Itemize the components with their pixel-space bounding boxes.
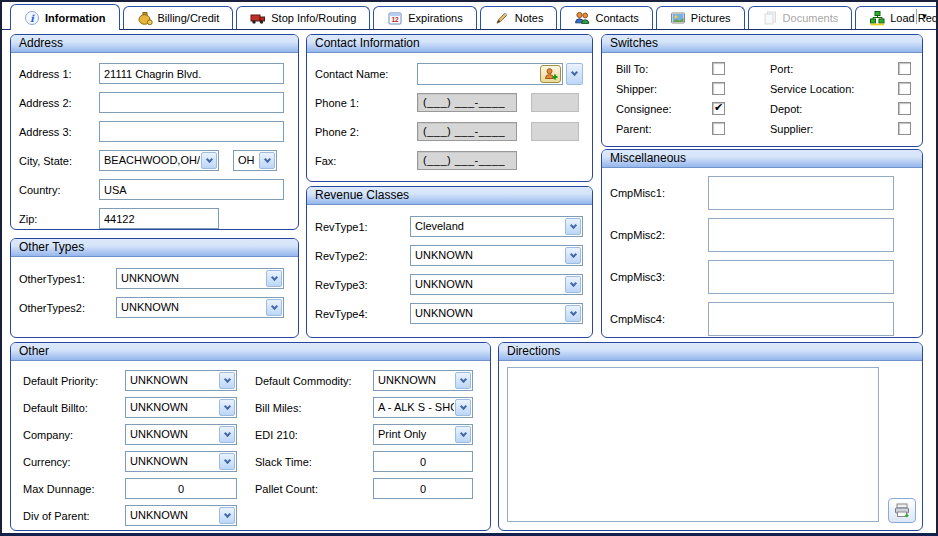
pallet-count-input[interactable]	[373, 478, 473, 499]
consignee-checkbox[interactable]	[712, 102, 725, 115]
tab-pictures[interactable]: Pictures	[656, 6, 745, 29]
default-commodity-label: Default Commodity:	[255, 375, 373, 387]
group-title: Other Types	[11, 239, 298, 257]
org-chart-icon	[869, 10, 885, 26]
revenue-classes-group: Revenue Classes RevType1: Cleveland RevT…	[306, 186, 593, 338]
address1-input[interactable]	[99, 63, 284, 84]
zip-label: Zip:	[19, 213, 99, 225]
revtype1-combo[interactable]: Cleveland	[410, 216, 583, 237]
phone1-input[interactable]: (___) ___-____	[417, 93, 517, 112]
cmpmisc2-input[interactable]	[708, 218, 894, 252]
chevron-down-icon	[266, 299, 282, 316]
edi-210-combo[interactable]: Print Only	[373, 424, 473, 445]
country-input[interactable]	[99, 179, 284, 200]
service-location-checkbox[interactable]	[898, 82, 911, 95]
tab-bar: i Information Billing/Credit Stop Info/R…	[2, 2, 936, 30]
phone1-ext-input[interactable]	[531, 93, 579, 112]
tab-documents: Documents	[748, 6, 853, 29]
default-billto-label: Default Billto:	[23, 402, 125, 414]
contact-name-field	[417, 63, 563, 85]
state-combo[interactable]: OH	[233, 150, 277, 171]
contact-name-dropdown-button[interactable]	[566, 63, 583, 85]
picture-icon	[670, 10, 686, 26]
othertypes1-combo[interactable]: UNKNOWN	[116, 268, 284, 289]
group-title: Address	[11, 35, 298, 53]
parent-checkbox[interactable]	[712, 122, 725, 135]
phone2-label: Phone 2:	[315, 126, 417, 138]
cmpmisc3-label: CmpMisc3:	[610, 271, 708, 283]
othertypes2-label: OtherTypes2:	[19, 302, 116, 314]
default-billto-combo[interactable]: UNKNOWN	[125, 397, 237, 418]
chevron-down-icon	[455, 399, 471, 416]
chevron-down-icon	[565, 218, 581, 235]
city-combo[interactable]: BEACHWOOD,OH/	[99, 150, 219, 171]
slack-time-label: Slack Time:	[255, 456, 373, 468]
cmpmisc3-input[interactable]	[708, 260, 894, 294]
bill-miles-label: Bill Miles:	[255, 402, 373, 414]
cmpmisc1-input[interactable]	[708, 176, 894, 210]
documents-icon	[762, 10, 778, 26]
tab-stop-info-routing[interactable]: Stop Info/Routing	[236, 6, 370, 29]
print-directions-button[interactable]	[888, 498, 916, 523]
billto-checkbox[interactable]	[712, 62, 725, 75]
chevron-down-icon	[455, 426, 471, 443]
revtype3-combo[interactable]: UNKNOWN	[410, 274, 583, 295]
billto-label: Bill To:	[616, 63, 712, 75]
revtype2-combo[interactable]: UNKNOWN	[410, 245, 583, 266]
port-label: Port:	[770, 63, 898, 75]
country-label: Country:	[19, 184, 99, 196]
contact-name-input[interactable]	[418, 65, 539, 83]
phone2-ext-input[interactable]	[531, 122, 579, 141]
tab-information[interactable]: i Information	[10, 4, 120, 30]
slack-time-input[interactable]	[373, 451, 473, 472]
service-location-label: Service Location:	[770, 83, 898, 95]
address2-input[interactable]	[99, 92, 284, 113]
group-title: Directions	[499, 343, 922, 361]
pencil-icon	[494, 10, 510, 26]
group-title: Miscellaneous	[602, 150, 922, 168]
chevron-down-icon	[201, 152, 217, 169]
zip-input[interactable]	[99, 208, 219, 229]
default-priority-combo[interactable]: UNKNOWN	[125, 370, 237, 391]
address-group: Address Address 1: Address 2: Address 3:…	[10, 34, 299, 230]
div-of-parent-combo[interactable]: UNKNOWN	[125, 505, 237, 526]
chevron-down-icon	[219, 507, 235, 524]
company-label: Company:	[23, 429, 125, 441]
tab-label: Expirations	[408, 12, 462, 24]
phone2-input[interactable]: (___) ___-____	[417, 122, 517, 141]
fax-input[interactable]: (___) ___-____	[417, 151, 517, 170]
port-checkbox[interactable]	[898, 62, 911, 75]
bill-miles-combo[interactable]: A - ALK S - SHO	[373, 397, 473, 418]
chevron-down-icon	[565, 276, 581, 293]
cmpmisc4-input[interactable]	[708, 302, 894, 336]
tab-contacts[interactable]: Contacts	[560, 6, 652, 29]
tab-notes[interactable]: Notes	[480, 6, 558, 29]
tab-overflow-button[interactable]: ▼	[916, 9, 932, 24]
cmpmisc4-label: CmpMisc4:	[610, 313, 708, 325]
div-of-parent-label: Div of Parent:	[23, 510, 125, 522]
chevron-down-icon	[266, 270, 282, 287]
revtype1-label: RevType1:	[315, 221, 410, 233]
revtype4-combo[interactable]: UNKNOWN	[410, 303, 583, 324]
pallet-count-label: Pallet Count:	[255, 483, 373, 495]
parent-label: Parent:	[616, 123, 712, 135]
revtype3-label: RevType3:	[315, 279, 410, 291]
shipper-checkbox[interactable]	[712, 82, 725, 95]
address3-input[interactable]	[99, 121, 284, 142]
othertypes2-combo[interactable]: UNKNOWN	[116, 297, 284, 318]
directions-textarea[interactable]	[507, 367, 879, 522]
company-combo[interactable]: UNKNOWN	[125, 424, 237, 445]
max-dunnage-input[interactable]	[125, 478, 237, 499]
chevron-down-icon	[565, 305, 581, 322]
edi-210-label: EDI 210:	[255, 429, 373, 441]
tab-expirations[interactable]: 12 Expirations	[373, 6, 476, 29]
tab-label: Billing/Credit	[158, 12, 220, 24]
tab-billing-credit[interactable]: Billing/Credit	[123, 6, 234, 29]
revtype4-label: RevType4:	[315, 308, 410, 320]
currency-combo[interactable]: UNKNOWN	[125, 451, 237, 472]
default-commodity-combo[interactable]: UNKNOWN	[373, 370, 473, 391]
add-contact-button[interactable]	[540, 65, 561, 83]
depot-checkbox[interactable]	[898, 102, 911, 115]
supplier-checkbox[interactable]	[898, 122, 911, 135]
people-icon	[574, 10, 590, 26]
